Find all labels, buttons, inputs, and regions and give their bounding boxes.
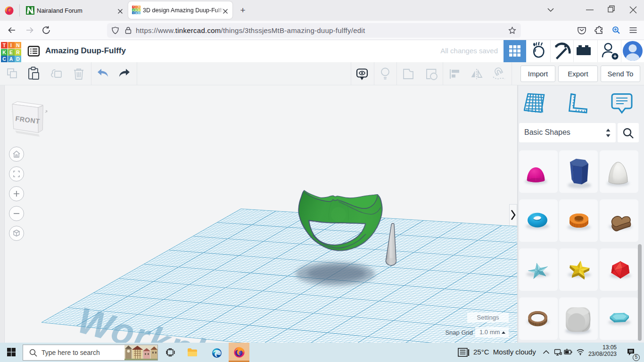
svg-text:D: D [139,12,140,14]
svg-text:T: T [132,6,134,8]
svg-text:E: E [136,9,137,11]
svg-text:N: N [139,6,140,8]
svg-text:I: I [136,6,136,8]
